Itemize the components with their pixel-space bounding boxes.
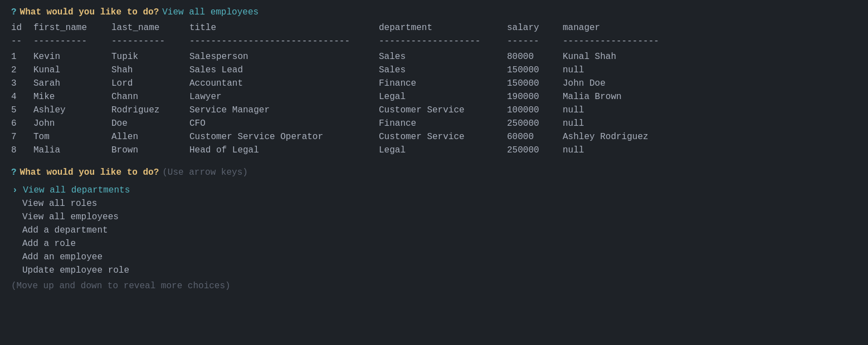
menu-item[interactable]: View all roles bbox=[11, 197, 857, 210]
table-row: 8 Malia Brown Head of Legal Legal 250000… bbox=[11, 144, 857, 157]
terminal: ? What would you like to do? View all em… bbox=[11, 6, 857, 293]
table-row: 6 John Doe CFO Finance 250000 null bbox=[11, 117, 857, 130]
cell-salary: 60000 bbox=[507, 130, 563, 144]
cell-manager: Ashley Rodriguez bbox=[563, 130, 730, 144]
cell-id: 6 bbox=[11, 117, 33, 130]
cell-last-name: Lord bbox=[111, 77, 189, 90]
table-row: 3 Sarah Lord Accountant Finance 150000 J… bbox=[11, 77, 857, 90]
divider-title: ------------------------------ bbox=[189, 34, 379, 48]
cell-manager: Kunal Shah bbox=[563, 50, 730, 63]
table-row: 4 Mike Chann Lawyer Legal 190000 Malia B… bbox=[11, 90, 857, 103]
cell-salary: 250000 bbox=[507, 144, 563, 157]
cell-manager: null bbox=[563, 63, 730, 77]
menu-selected-label[interactable]: View all departments bbox=[23, 185, 130, 195]
cell-department: Sales bbox=[379, 63, 507, 77]
cell-last-name: Tupik bbox=[111, 50, 189, 63]
divider-last-name: ---------- bbox=[111, 34, 189, 48]
more-choices-hint: (Move up and down to reveal more choices… bbox=[11, 279, 857, 293]
cell-manager: null bbox=[563, 103, 730, 117]
menu-item[interactable]: Add an employee bbox=[11, 250, 857, 264]
cell-department: Legal bbox=[379, 144, 507, 157]
cell-first-name: Sarah bbox=[33, 77, 111, 90]
cell-manager: null bbox=[563, 144, 730, 157]
menu-section[interactable]: › View all departments View all rolesVie… bbox=[11, 184, 857, 293]
cell-id: 1 bbox=[11, 50, 33, 63]
cell-salary: 190000 bbox=[507, 90, 563, 103]
menu-item[interactable]: Add a department bbox=[11, 224, 857, 237]
cell-id: 4 bbox=[11, 90, 33, 103]
cell-title: Accountant bbox=[189, 77, 379, 90]
cell-first-name: Mike bbox=[33, 90, 111, 103]
divider-id: -- bbox=[11, 34, 33, 48]
cell-first-name: Ashley bbox=[33, 103, 111, 117]
menu-item[interactable]: Update employee role bbox=[11, 264, 857, 277]
menu-item[interactable]: Add a role bbox=[11, 237, 857, 250]
header-first-name: first_name bbox=[33, 21, 111, 34]
cell-id: 8 bbox=[11, 144, 33, 157]
cell-manager: John Doe bbox=[563, 77, 730, 90]
menu-items-container: View all rolesView all employeesAdd a de… bbox=[11, 197, 857, 277]
cell-first-name: Kunal bbox=[33, 63, 111, 77]
header-id: id bbox=[11, 21, 33, 34]
cell-title: Sales Lead bbox=[189, 63, 379, 77]
header-salary: salary bbox=[507, 21, 563, 34]
prompt-label-2: What would you like to do? bbox=[20, 166, 159, 179]
cell-title: Lawyer bbox=[189, 90, 379, 103]
prompt-line-1: ? What would you like to do? View all em… bbox=[11, 6, 857, 19]
cell-id: 2 bbox=[11, 63, 33, 77]
cell-department: Legal bbox=[379, 90, 507, 103]
cell-id: 7 bbox=[11, 130, 33, 144]
cell-last-name: Shah bbox=[111, 63, 189, 77]
table-row: 2 Kunal Shah Sales Lead Sales 150000 nul… bbox=[11, 63, 857, 77]
employees-table: id first_name last_name title department… bbox=[11, 21, 857, 157]
cell-department: Finance bbox=[379, 117, 507, 130]
cell-title: CFO bbox=[189, 117, 379, 130]
header-manager: manager bbox=[563, 21, 730, 34]
divider-manager: ------------------ bbox=[563, 34, 730, 48]
cell-id: 5 bbox=[11, 103, 33, 117]
cell-salary: 150000 bbox=[507, 63, 563, 77]
cell-title: Head of Legal bbox=[189, 144, 379, 157]
cell-first-name: Kevin bbox=[33, 50, 111, 63]
cell-last-name: Brown bbox=[111, 144, 189, 157]
cell-last-name: Chann bbox=[111, 90, 189, 103]
cell-title: Salesperson bbox=[189, 50, 379, 63]
cell-title: Customer Service Operator bbox=[189, 130, 379, 144]
table-row: 5 Ashley Rodriguez Service Manager Custo… bbox=[11, 103, 857, 117]
cell-first-name: Tom bbox=[33, 130, 111, 144]
question-mark-2: ? bbox=[11, 166, 17, 179]
question-mark-1: ? bbox=[11, 6, 17, 19]
prompt-action-1: View all employees bbox=[162, 6, 259, 19]
menu-selected-item[interactable]: › View all departments bbox=[11, 184, 857, 197]
menu-arrow-icon: › bbox=[12, 185, 18, 195]
table-divider-row: -- ---------- ---------- ---------------… bbox=[11, 34, 857, 48]
cell-department: Sales bbox=[379, 50, 507, 63]
prompt-label-1: What would you like to do? bbox=[20, 6, 159, 19]
cell-department: Finance bbox=[379, 77, 507, 90]
header-title: title bbox=[189, 21, 379, 34]
divider-first-name: ---------- bbox=[33, 34, 111, 48]
cell-title: Service Manager bbox=[189, 103, 379, 117]
header-last-name: last_name bbox=[111, 21, 189, 34]
table-row: 7 Tom Allen Customer Service Operator Cu… bbox=[11, 130, 857, 144]
cell-department: Customer Service bbox=[379, 130, 507, 144]
cell-last-name: Rodriguez bbox=[111, 103, 189, 117]
cell-salary: 80000 bbox=[507, 50, 563, 63]
cell-department: Customer Service bbox=[379, 103, 507, 117]
divider-department: ------------------- bbox=[379, 34, 507, 48]
menu-item[interactable]: View all employees bbox=[11, 210, 857, 224]
cell-last-name: Allen bbox=[111, 130, 189, 144]
cell-salary: 250000 bbox=[507, 117, 563, 130]
divider-salary: ------ bbox=[507, 34, 563, 48]
table-header-row: id first_name last_name title department… bbox=[11, 21, 857, 34]
header-department: department bbox=[379, 21, 507, 34]
cell-salary: 100000 bbox=[507, 103, 563, 117]
table-row: 1 Kevin Tupik Salesperson Sales 80000 Ku… bbox=[11, 50, 857, 63]
cell-first-name: Malia bbox=[33, 144, 111, 157]
prompt-line-2: ? What would you like to do? (Use arrow … bbox=[11, 164, 857, 179]
cell-last-name: Doe bbox=[111, 117, 189, 130]
cell-id: 3 bbox=[11, 77, 33, 90]
arrow-keys-hint: (Use arrow keys) bbox=[162, 166, 248, 179]
cell-first-name: John bbox=[33, 117, 111, 130]
table-rows-container: 1 Kevin Tupik Salesperson Sales 80000 Ku… bbox=[11, 50, 857, 157]
